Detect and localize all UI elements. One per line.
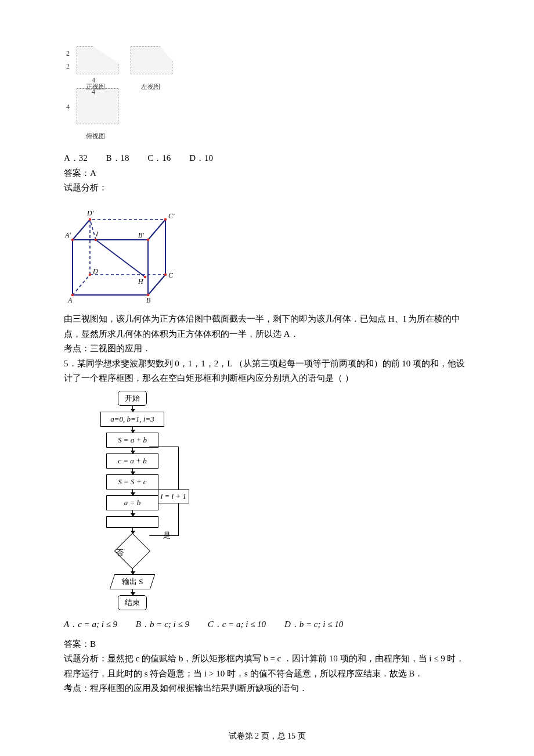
option-d: D．10 (189, 151, 213, 166)
fc-s-eq-aplusb: S = a + b (106, 433, 158, 448)
document-page: 2 2 4 正视图 左视图 4 4 俯视图 A．32 B．18 C．16 D．1… (0, 0, 534, 756)
svg-text:C': C' (168, 212, 175, 220)
svg-text:A': A' (64, 231, 71, 239)
option-a: A．c = a; i ≤ 9 (64, 617, 117, 632)
arrow-icon (132, 510, 133, 516)
dim-label: 4 (66, 101, 70, 113)
svg-point-18 (95, 238, 98, 241)
view-caption: 左视图 (141, 81, 160, 92)
option-c: C．c = a; i ≤ 10 (208, 617, 266, 632)
q5-kaodian: 考点：程序框图的应用及如何根据输出结果判断所缺项的语句． (64, 681, 470, 696)
svg-line-6 (73, 275, 90, 295)
fc-no-label: 否 (116, 546, 124, 559)
dim-label: 4 (92, 86, 95, 98)
dim-label: 2 (66, 60, 70, 72)
svg-point-13 (71, 238, 74, 241)
arrow-icon (132, 448, 133, 453)
svg-point-16 (89, 218, 92, 221)
option-b: B．18 (106, 151, 129, 166)
option-b: B．b = c; i ≤ 9 (136, 617, 189, 632)
svg-line-5 (148, 275, 165, 295)
arrow-icon (132, 589, 133, 595)
view-caption: 俯视图 (86, 131, 105, 142)
svg-line-8 (90, 219, 96, 240)
svg-line-7 (96, 240, 145, 277)
arrow-icon (132, 469, 133, 474)
fc-init: a=0, b=1, i=3 (100, 412, 164, 427)
flowchart-figure: 开始 a=0, b=1, i=3 S = a + b c = a + b S =… (80, 391, 185, 611)
svg-text:B: B (146, 296, 151, 304)
three-view-figure: 2 2 4 正视图 左视图 4 4 俯视图 (64, 46, 183, 145)
option-c: C．16 (147, 151, 171, 166)
q5-answer: 答案：B (64, 637, 470, 652)
q4-options: A．32 B．18 C．16 D．10 (64, 151, 470, 166)
svg-point-17 (144, 275, 147, 278)
q4-explanation: 由三视图知，该几何体为正方体沿图中截面截去一半，剩下的即为该几何体．已知点 H、… (64, 312, 470, 341)
q5-options: A．c = a; i ≤ 9 B．b = c; i ≤ 9 C．c = a; i… (64, 617, 470, 632)
fc-end: 结束 (118, 595, 147, 610)
side-view-shape (131, 46, 172, 74)
view-caption: 正视图 (86, 81, 105, 92)
svg-marker-1 (73, 240, 148, 295)
option-d: D．b = c; i ≤ 10 (284, 617, 343, 632)
fc-output: 输出 S (110, 574, 155, 589)
q5-analysis: 试题分析：显然把 c 的值赋给 b，所以矩形框内填写 b = c ．因计算前 1… (64, 651, 470, 681)
q4-kaodian: 考点：三视图的应用． (64, 341, 470, 357)
svg-text:D: D (92, 267, 98, 275)
arrow-icon (132, 427, 133, 433)
q5-stem: 5．某同学想求斐波那契数列 0，1，1，2，L （从第三项起每一项等于前两项的和… (64, 357, 470, 386)
q4-analysis-label: 试题分析： (64, 181, 470, 196)
cube-cross-section-figure: A B C D A' B' C' D' H I (64, 199, 194, 304)
svg-text:A: A (67, 296, 73, 304)
svg-text:H: H (138, 278, 144, 286)
arrow-icon (132, 568, 133, 574)
svg-point-12 (89, 273, 92, 276)
fc-yes-label: 是 (163, 529, 171, 542)
svg-text:C: C (168, 271, 174, 279)
arrow-icon (132, 406, 133, 412)
svg-text:D': D' (86, 209, 94, 217)
svg-point-14 (147, 238, 150, 241)
svg-point-11 (164, 273, 167, 276)
q4-answer: 答案：A (64, 166, 470, 181)
dim-label: 2 (66, 48, 70, 59)
svg-text:B': B' (138, 231, 144, 239)
svg-text:I: I (95, 230, 99, 238)
fc-start: 开始 (118, 391, 147, 406)
svg-line-2 (73, 219, 90, 240)
option-a: A．32 (64, 151, 88, 166)
svg-point-15 (164, 218, 167, 221)
front-view-shape (77, 46, 118, 74)
fc-increment: i = i + 1 (158, 489, 189, 503)
top-view-shape (77, 88, 118, 124)
arrow-icon (132, 489, 133, 495)
svg-line-3 (148, 219, 165, 240)
page-footer: 试卷第 2 页，总 15 页 (0, 729, 534, 743)
